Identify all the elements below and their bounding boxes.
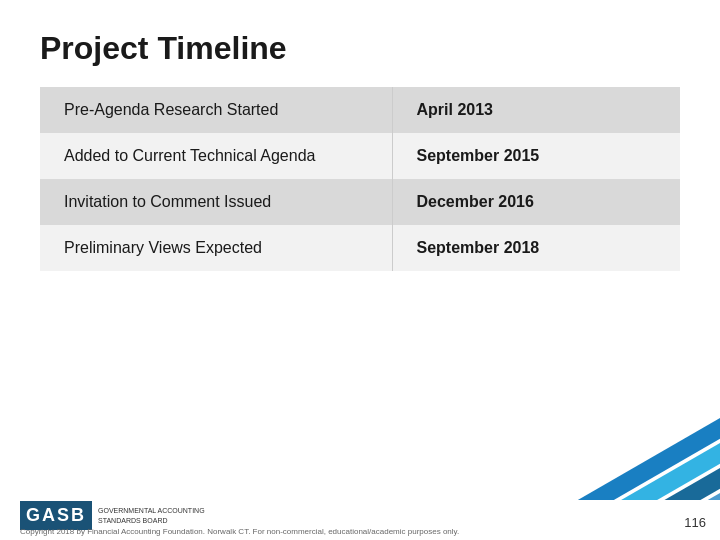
gasb-logo-subtitle: Governmental Accounting Standards Board [98, 506, 218, 524]
milestone-date: September 2018 [392, 225, 680, 271]
milestone-date: April 2013 [392, 87, 680, 133]
table-row: Added to Current Technical AgendaSeptemb… [40, 133, 680, 179]
milestone-date: December 2016 [392, 179, 680, 225]
milestone-label: Preliminary Views Expected [40, 225, 392, 271]
page-number: 116 [684, 515, 706, 530]
milestone-label: Pre-Agenda Research Started [40, 87, 392, 133]
milestone-label: Added to Current Technical Agenda [40, 133, 392, 179]
copyright-text: Copyright 2018 by Financial Accounting F… [20, 527, 459, 536]
table-row: Pre-Agenda Research StartedApril 2013 [40, 87, 680, 133]
footer: GASB Governmental Accounting Standards B… [20, 501, 218, 530]
decorative-stripes [520, 380, 720, 500]
table-row: Preliminary Views ExpectedSeptember 2018 [40, 225, 680, 271]
gasb-logo: GASB Governmental Accounting Standards B… [20, 501, 218, 530]
table-row: Invitation to Comment IssuedDecember 201… [40, 179, 680, 225]
gasb-logo-text: GASB [20, 501, 92, 530]
page-title: Project Timeline [0, 0, 720, 87]
milestone-date: September 2015 [392, 133, 680, 179]
milestone-label: Invitation to Comment Issued [40, 179, 392, 225]
timeline-table: Pre-Agenda Research StartedApril 2013Add… [40, 87, 680, 271]
